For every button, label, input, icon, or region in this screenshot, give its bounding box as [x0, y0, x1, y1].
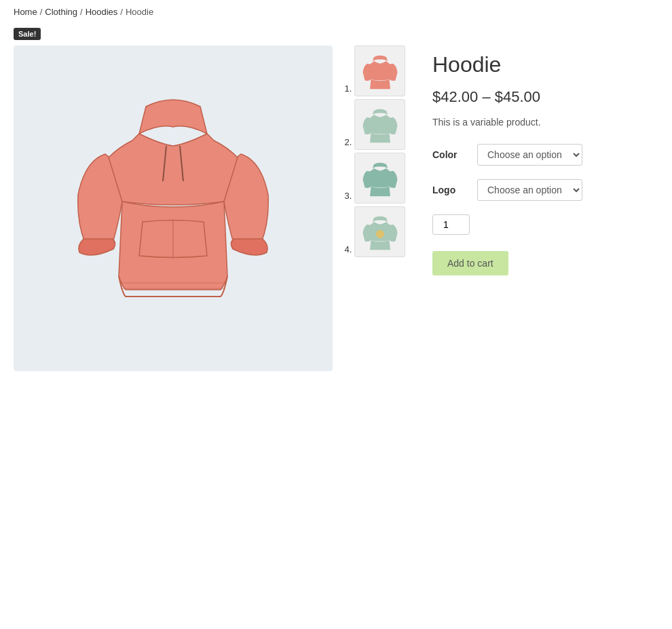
hoodie-illustration	[64, 86, 282, 330]
logo-label: Logo	[432, 185, 466, 195]
thumbnail-item-1[interactable]	[354, 45, 405, 96]
main-product-image[interactable]	[14, 45, 333, 371]
thumbnail-item-3[interactable]	[354, 153, 405, 204]
logo-select[interactable]: Choose an option Yes No	[477, 179, 582, 201]
breadcrumb-home[interactable]: Home	[14, 7, 37, 17]
breadcrumb-clothing[interactable]: Clothing	[45, 7, 77, 17]
color-variation-row: Color Choose an option Red Green Blue	[432, 144, 658, 166]
product-layout: Hoodie $42.00 – $45.00 This is a variabl…	[14, 45, 658, 371]
thumbnail-item-2[interactable]	[354, 99, 405, 150]
breadcrumb-current: Hoodie	[126, 7, 153, 17]
add-to-cart-button[interactable]: Add to cart	[432, 251, 508, 275]
product-title: Hoodie	[432, 52, 658, 77]
quantity-row	[432, 214, 658, 235]
quantity-input[interactable]	[432, 214, 470, 235]
breadcrumb-hoodies[interactable]: Hoodies	[86, 7, 118, 17]
svg-point-3	[376, 230, 384, 238]
color-label: Color	[432, 149, 466, 160]
thumbnail-list	[341, 45, 405, 260]
sale-badge: Sale!	[14, 28, 41, 40]
product-description: This is a variable product.	[432, 117, 658, 128]
breadcrumb: Home / Clothing / Hoodies / Hoodie	[14, 7, 658, 17]
thumbnail-item-4[interactable]	[354, 206, 405, 257]
logo-variation-row: Logo Choose an option Yes No	[432, 179, 658, 201]
product-info: Hoodie $42.00 – $45.00 This is a variabl…	[432, 45, 658, 275]
color-select[interactable]: Choose an option Red Green Blue	[477, 144, 582, 166]
product-images	[14, 45, 405, 371]
product-price: $42.00 – $45.00	[432, 88, 658, 106]
